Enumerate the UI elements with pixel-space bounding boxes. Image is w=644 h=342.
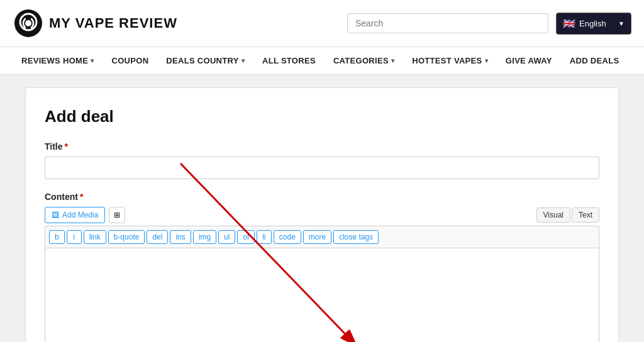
- fmt-close-tags[interactable]: close tags: [333, 230, 379, 244]
- nav-item-give-away[interactable]: GIVE AWAY: [497, 47, 561, 74]
- add-media-button[interactable]: 🖼 Add Media: [45, 207, 105, 223]
- page-title: Add deal: [45, 107, 599, 126]
- nav-label-categories: CATEGORIES: [333, 56, 389, 65]
- content-editor[interactable]: [45, 248, 599, 342]
- nav-item-coupon[interactable]: COUPON: [103, 47, 157, 74]
- nav-item-all-stores[interactable]: ALL STORES: [253, 47, 325, 74]
- nav-label-reviews-home: REVIEWS HOME: [21, 56, 88, 65]
- editor-toolbar-left: 🖼 Add Media ⊞: [45, 207, 125, 223]
- nav-chevron-categories: ▾: [391, 57, 394, 64]
- content-field-label: Content *: [45, 192, 599, 202]
- nav-item-hottest-vapes[interactable]: HOTTEST VAPES ▾: [403, 47, 497, 74]
- logo-area: MY VAPE REVIEW: [13, 8, 177, 39]
- nav-item-reviews-home[interactable]: REVIEWS HOME ▾: [13, 47, 103, 74]
- add-media-icon: 🖼: [52, 211, 59, 219]
- nav-label-all-stores: ALL STORES: [262, 56, 316, 65]
- text-button[interactable]: Text: [572, 207, 599, 223]
- title-field-label: Title *: [45, 141, 599, 152]
- nav-chevron-hottest-vapes: ▾: [485, 57, 488, 64]
- nav-item-add-deals[interactable]: ADD DEALS: [561, 47, 628, 74]
- fmt-ins[interactable]: ins: [170, 230, 191, 244]
- flag-icon: 🇬🇧: [563, 18, 575, 30]
- language-dropdown-arrow: ▼: [618, 20, 625, 27]
- header-right: 🇬🇧 English ▼: [347, 13, 631, 35]
- fmt-code[interactable]: code: [274, 230, 301, 244]
- fmt-italic[interactable]: i: [67, 230, 82, 244]
- nav-item-categories[interactable]: CATEGORIES ▾: [325, 47, 403, 74]
- language-label: English: [579, 19, 606, 28]
- title-input[interactable]: [45, 157, 599, 179]
- fmt-img[interactable]: img: [193, 230, 216, 244]
- nav-chevron-reviews-home: ▾: [91, 57, 94, 64]
- editor-toolbar-top: 🖼 Add Media ⊞ Visual Text: [45, 207, 599, 223]
- grid-icon-button[interactable]: ⊞: [109, 207, 125, 223]
- content-required-star: *: [80, 192, 83, 202]
- nav-label-hottest-vapes: HOTTEST VAPES: [412, 56, 482, 65]
- fmt-link[interactable]: link: [84, 230, 106, 244]
- fmt-bquote[interactable]: b-quote: [108, 230, 145, 244]
- main-nav: REVIEWS HOME ▾ COUPON DEALS COUNTRY ▾ AL…: [0, 47, 644, 75]
- nav-label-give-away: GIVE AWAY: [506, 56, 552, 65]
- fmt-bold[interactable]: b: [49, 230, 65, 244]
- fmt-li[interactable]: li: [257, 230, 272, 244]
- fmt-ul[interactable]: ul: [218, 230, 235, 244]
- title-required-star: *: [65, 141, 68, 152]
- grid-icon: ⊞: [114, 211, 120, 219]
- visual-button[interactable]: Visual: [536, 207, 570, 223]
- svg-point-1: [25, 20, 31, 26]
- nav-chevron-deals-country: ▾: [242, 57, 245, 64]
- header: MY VAPE REVIEW 🇬🇧 English ▼: [0, 0, 644, 47]
- logo-icon: [13, 8, 44, 39]
- logo-text: MY VAPE REVIEW: [49, 15, 177, 31]
- search-input[interactable]: [347, 13, 548, 33]
- nav-item-deals-country[interactable]: DEALS COUNTRY ▾: [157, 47, 253, 74]
- fmt-more[interactable]: more: [303, 230, 331, 244]
- format-toolbar: b i link b-quote del ins img ul ol li co…: [45, 226, 599, 248]
- fmt-del[interactable]: del: [147, 230, 168, 244]
- nav-label-add-deals: ADD DEALS: [570, 56, 619, 65]
- language-selector[interactable]: 🇬🇧 English ▼: [556, 13, 631, 35]
- form-container: Add deal Title * Content * 🖼 Add Media ⊞: [25, 87, 619, 342]
- fmt-ol[interactable]: ol: [237, 230, 254, 244]
- nav-label-deals-country: DEALS COUNTRY: [166, 56, 238, 65]
- nav-label-coupon: COUPON: [111, 56, 148, 65]
- editor-toolbar-right: Visual Text: [536, 207, 599, 223]
